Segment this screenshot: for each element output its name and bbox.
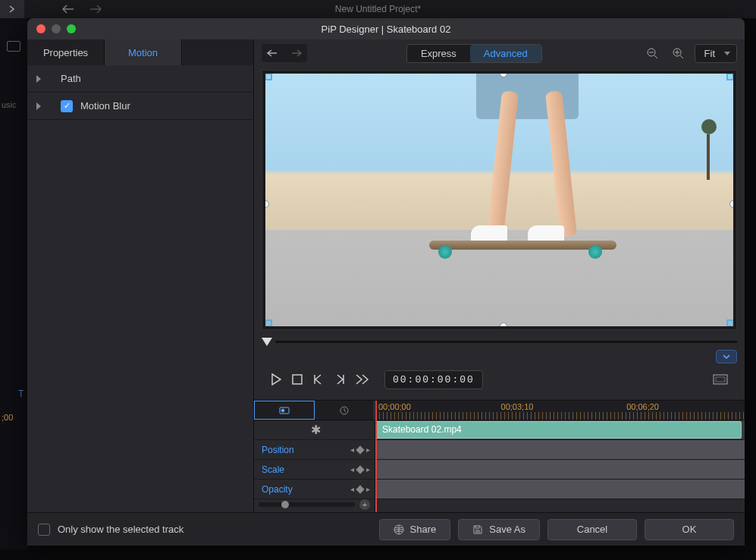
clip-track-header[interactable]: ✱ <box>254 420 375 440</box>
cancel-label: Cancel <box>577 524 607 535</box>
save-icon <box>472 524 483 535</box>
scale-track[interactable] <box>375 460 745 480</box>
timeline-area: ✱ Position ◂ ▸ Scale ◂ ▸ Opacity ◂ ▸ <box>254 400 745 512</box>
music-label-fragment: usic <box>2 100 17 109</box>
modal-titlebar[interactable]: PiP Designer | Skateboard 02 <box>27 18 745 39</box>
tab-empty <box>182 39 253 65</box>
preview-image[interactable] <box>265 74 733 326</box>
undo-button[interactable] <box>262 44 284 62</box>
panel-row-motion-blur[interactable]: ✓ Motion Blur <box>27 93 253 120</box>
timeline-ruler[interactable]: 00;00;00 00;03;10 00;06;20 <box>375 401 745 420</box>
disclosure-icon[interactable] <box>36 102 41 110</box>
ruler-label-0: 00;00;00 <box>378 402 411 411</box>
play-button[interactable] <box>271 373 281 385</box>
position-track-header[interactable]: Position ◂ ▸ <box>254 440 375 460</box>
main-titlebar: New Untitled Project* <box>0 0 756 18</box>
back-icon[interactable] <box>62 5 74 14</box>
modal-footer: Only show the selected track Share Save … <box>27 512 745 546</box>
preview-scrubber[interactable] <box>262 335 737 348</box>
svg-rect-2 <box>293 375 302 384</box>
selection-handle-l[interactable] <box>265 200 269 208</box>
selection-corner-bl[interactable] <box>265 319 272 326</box>
save-as-button[interactable]: Save As <box>458 519 540 540</box>
expand-panel-button[interactable] <box>0 0 24 18</box>
zoom-out-button[interactable] <box>642 44 663 62</box>
svg-rect-4 <box>716 377 725 382</box>
only-selected-label: Only show the selected track <box>58 524 184 535</box>
preview-dropdown-button[interactable] <box>716 350 737 363</box>
opacity-track[interactable] <box>375 480 745 499</box>
preview-toolbar: Express Advanced Fit <box>254 39 745 67</box>
zoom-fit-label: Fit <box>704 48 715 59</box>
right-panel: Express Advanced Fit <box>254 39 745 512</box>
zoom-in-button[interactable] <box>667 44 689 62</box>
media-icon[interactable] <box>7 41 20 52</box>
timecode-display[interactable]: 00:00:00:00 <box>384 370 483 389</box>
scrubber-thumb[interactable] <box>262 338 272 346</box>
minimize-window-button <box>52 24 61 33</box>
mode-express-button[interactable]: Express <box>407 45 470 62</box>
tab-motion[interactable]: Motion <box>105 39 182 65</box>
opacity-label: Opacity <box>262 484 293 495</box>
background-left-strip: usic T ;00 <box>0 18 27 549</box>
position-label: Position <box>262 445 294 455</box>
zoom-plus-button[interactable]: + <box>359 499 370 510</box>
selection-corner-br[interactable] <box>726 319 733 326</box>
position-keyframe-nav[interactable]: ◂ ▸ <box>350 445 370 454</box>
transport-bar: 00:00:00:00 <box>262 367 737 392</box>
disclosure-icon[interactable] <box>36 75 41 83</box>
scale-keyframe-nav[interactable]: ◂ ▸ <box>350 465 370 473</box>
zoom-slider-handle[interactable] <box>281 501 289 508</box>
motion-blur-label: Motion Blur <box>80 100 130 112</box>
share-button[interactable]: Share <box>379 519 451 540</box>
ruler-label-2: 00;06;20 <box>626 402 659 411</box>
share-label: Share <box>410 524 437 535</box>
fast-forward-button[interactable] <box>356 374 369 385</box>
selection-corner-tl[interactable] <box>265 74 272 80</box>
keyframe-mode-button[interactable] <box>254 401 315 420</box>
timeline-zoom-slider[interactable]: + <box>254 499 375 510</box>
save-as-label: Save As <box>489 524 525 535</box>
left-time-fragment: ;00 <box>2 413 13 422</box>
opacity-keyframe-nav[interactable]: ◂ ▸ <box>350 485 370 493</box>
preview-canvas[interactable] <box>262 70 737 330</box>
opacity-track-header[interactable]: Opacity ◂ ▸ <box>254 480 375 499</box>
ruler-label-1: 00;03;10 <box>501 402 534 411</box>
ok-label: OK <box>682 524 697 535</box>
timeline-clip[interactable]: Skateboard 02.mp4 <box>375 421 742 439</box>
fullscreen-window-button[interactable] <box>67 24 76 33</box>
safe-zone-button[interactable] <box>713 374 728 385</box>
selection-handle-r[interactable] <box>729 200 733 208</box>
clip-track[interactable]: Skateboard 02.mp4 <box>375 420 745 440</box>
panel-row-path[interactable]: Path <box>27 65 253 93</box>
stop-button[interactable] <box>292 374 303 385</box>
zoom-fit-select[interactable]: Fit <box>695 44 737 63</box>
close-window-button[interactable] <box>36 24 45 33</box>
project-title: New Untitled Project* <box>335 4 421 14</box>
only-selected-checkbox[interactable] <box>38 524 50 536</box>
mode-toggle: Express Advanced <box>406 44 542 63</box>
ok-button[interactable]: OK <box>645 519 734 540</box>
redo-button[interactable] <box>284 44 307 62</box>
pip-designer-modal: PiP Designer | Skateboard 02 Properties … <box>27 18 745 546</box>
prev-frame-button[interactable] <box>313 374 324 385</box>
tab-properties[interactable]: Properties <box>27 39 105 65</box>
motion-blur-checkbox[interactable]: ✓ <box>61 100 73 112</box>
clock-mode-button[interactable] <box>315 401 375 420</box>
scale-label: Scale <box>262 464 284 475</box>
selection-handle-b[interactable] <box>500 322 507 326</box>
path-label: Path <box>61 73 81 84</box>
position-track[interactable] <box>375 440 745 460</box>
modal-title: PiP Designer | Skateboard 02 <box>322 24 451 35</box>
timeline-track-headers: ✱ Position ◂ ▸ Scale ◂ ▸ Opacity ◂ ▸ <box>254 401 375 512</box>
playhead[interactable] <box>375 401 377 512</box>
next-frame-button[interactable] <box>334 374 345 385</box>
left-t-label: T <box>18 389 24 399</box>
share-icon <box>394 524 404 535</box>
timeline-tracks[interactable]: 00;00;00 00;03;10 00;06;20 Skateboard 02… <box>375 401 745 512</box>
scale-track-header[interactable]: Scale ◂ ▸ <box>254 460 375 480</box>
mode-advanced-button[interactable]: Advanced <box>470 45 541 62</box>
cancel-button[interactable]: Cancel <box>547 519 637 540</box>
selection-corner-tr[interactable] <box>726 74 733 80</box>
forward-icon[interactable] <box>89 5 102 14</box>
